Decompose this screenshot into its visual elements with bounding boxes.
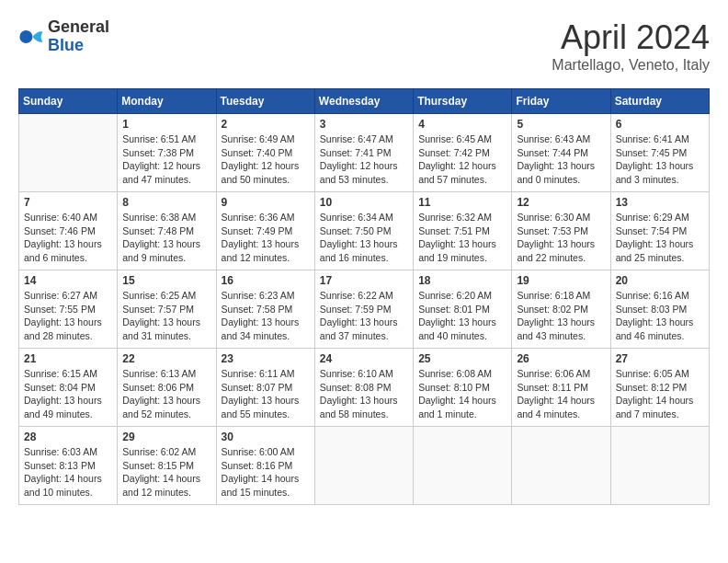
calendar-cell: 12Sunrise: 6:30 AMSunset: 7:53 PMDayligh… bbox=[512, 192, 610, 270]
day-number: 29 bbox=[122, 431, 210, 443]
day-number: 18 bbox=[418, 274, 506, 287]
calendar-cell bbox=[414, 427, 512, 505]
logo-text: General Blue bbox=[48, 18, 109, 55]
logo: General Blue bbox=[18, 18, 109, 55]
calendar-cell: 3Sunrise: 6:47 AMSunset: 7:41 PMDaylight… bbox=[314, 114, 413, 192]
calendar-cell bbox=[314, 427, 413, 505]
col-wednesday: Wednesday bbox=[314, 89, 413, 114]
svg-point-0 bbox=[19, 30, 32, 43]
day-info: Sunrise: 6:20 AMSunset: 8:01 PMDaylight:… bbox=[418, 289, 506, 343]
day-info: Sunrise: 6:36 AMSunset: 7:49 PMDaylight:… bbox=[222, 211, 310, 265]
calendar-cell: 28Sunrise: 6:03 AMSunset: 8:13 PMDayligh… bbox=[19, 427, 118, 505]
calendar-cell: 8Sunrise: 6:38 AMSunset: 7:48 PMDaylight… bbox=[118, 192, 216, 270]
day-info: Sunrise: 6:11 AMSunset: 8:07 PMDaylight:… bbox=[222, 367, 310, 421]
day-number: 7 bbox=[24, 196, 112, 209]
day-number: 19 bbox=[517, 274, 605, 287]
day-info: Sunrise: 6:06 AMSunset: 8:11 PMDaylight:… bbox=[517, 367, 605, 421]
logo-icon bbox=[18, 24, 44, 50]
calendar-cell: 22Sunrise: 6:13 AMSunset: 8:06 PMDayligh… bbox=[118, 349, 216, 427]
col-monday: Monday bbox=[118, 89, 216, 114]
month-title: April 2024 bbox=[552, 18, 710, 57]
day-number: 8 bbox=[122, 196, 210, 209]
week-row-2: 7Sunrise: 6:40 AMSunset: 7:46 PMDaylight… bbox=[19, 192, 710, 270]
calendar-cell: 20Sunrise: 6:16 AMSunset: 8:03 PMDayligh… bbox=[610, 270, 709, 349]
calendar-cell: 19Sunrise: 6:18 AMSunset: 8:02 PMDayligh… bbox=[512, 270, 610, 349]
day-info: Sunrise: 6:38 AMSunset: 7:48 PMDaylight:… bbox=[122, 211, 210, 265]
day-number: 11 bbox=[418, 196, 506, 209]
day-number: 21 bbox=[24, 352, 112, 365]
calendar-cell: 21Sunrise: 6:15 AMSunset: 8:04 PMDayligh… bbox=[19, 349, 118, 427]
calendar-cell: 11Sunrise: 6:32 AMSunset: 7:51 PMDayligh… bbox=[414, 192, 512, 270]
calendar-cell: 30Sunrise: 6:00 AMSunset: 8:16 PMDayligh… bbox=[216, 427, 314, 505]
location: Martellago, Veneto, Italy bbox=[552, 57, 710, 74]
logo-blue: Blue bbox=[48, 37, 109, 55]
day-number: 17 bbox=[320, 274, 408, 287]
day-info: Sunrise: 6:34 AMSunset: 7:50 PMDaylight:… bbox=[320, 211, 408, 265]
day-info: Sunrise: 6:02 AMSunset: 8:15 PMDaylight:… bbox=[122, 445, 210, 500]
week-row-3: 14Sunrise: 6:27 AMSunset: 7:55 PMDayligh… bbox=[19, 270, 710, 349]
day-info: Sunrise: 6:29 AMSunset: 7:54 PMDaylight:… bbox=[616, 211, 704, 265]
col-sunday: Sunday bbox=[19, 89, 118, 114]
day-number: 2 bbox=[222, 118, 310, 131]
day-info: Sunrise: 6:27 AMSunset: 7:55 PMDaylight:… bbox=[24, 289, 112, 343]
calendar-cell: 25Sunrise: 6:08 AMSunset: 8:10 PMDayligh… bbox=[414, 349, 512, 427]
day-number: 4 bbox=[418, 118, 506, 131]
day-info: Sunrise: 6:00 AMSunset: 8:16 PMDaylight:… bbox=[222, 445, 310, 500]
day-info: Sunrise: 6:03 AMSunset: 8:13 PMDaylight:… bbox=[24, 445, 112, 500]
day-info: Sunrise: 6:41 AMSunset: 7:45 PMDaylight:… bbox=[616, 132, 704, 187]
calendar-table: Sunday Monday Tuesday Wednesday Thursday… bbox=[18, 88, 710, 505]
day-number: 30 bbox=[222, 431, 310, 443]
day-info: Sunrise: 6:47 AMSunset: 7:41 PMDaylight:… bbox=[320, 132, 408, 187]
day-info: Sunrise: 6:40 AMSunset: 7:46 PMDaylight:… bbox=[24, 211, 112, 265]
col-thursday: Thursday bbox=[414, 89, 512, 114]
calendar-cell: 2Sunrise: 6:49 AMSunset: 7:40 PMDaylight… bbox=[216, 114, 314, 192]
day-number: 10 bbox=[320, 196, 408, 209]
day-info: Sunrise: 6:25 AMSunset: 7:57 PMDaylight:… bbox=[122, 289, 210, 343]
day-number: 13 bbox=[616, 196, 704, 209]
day-info: Sunrise: 6:30 AMSunset: 7:53 PMDaylight:… bbox=[517, 211, 605, 265]
day-info: Sunrise: 6:18 AMSunset: 8:02 PMDaylight:… bbox=[517, 289, 605, 343]
calendar-cell: 18Sunrise: 6:20 AMSunset: 8:01 PMDayligh… bbox=[414, 270, 512, 349]
day-info: Sunrise: 6:08 AMSunset: 8:10 PMDaylight:… bbox=[418, 367, 506, 421]
calendar-cell: 9Sunrise: 6:36 AMSunset: 7:49 PMDaylight… bbox=[216, 192, 314, 270]
day-number: 1 bbox=[122, 118, 210, 131]
day-number: 9 bbox=[222, 196, 310, 209]
day-info: Sunrise: 6:49 AMSunset: 7:40 PMDaylight:… bbox=[222, 132, 310, 187]
day-number: 28 bbox=[24, 431, 112, 443]
day-number: 24 bbox=[320, 352, 408, 365]
calendar-cell: 10Sunrise: 6:34 AMSunset: 7:50 PMDayligh… bbox=[314, 192, 413, 270]
calendar-cell: 6Sunrise: 6:41 AMSunset: 7:45 PMDaylight… bbox=[610, 114, 709, 192]
calendar-cell bbox=[610, 427, 709, 505]
week-row-4: 21Sunrise: 6:15 AMSunset: 8:04 PMDayligh… bbox=[19, 349, 710, 427]
day-info: Sunrise: 6:05 AMSunset: 8:12 PMDaylight:… bbox=[616, 367, 704, 421]
calendar-cell: 14Sunrise: 6:27 AMSunset: 7:55 PMDayligh… bbox=[19, 270, 118, 349]
calendar-cell: 27Sunrise: 6:05 AMSunset: 8:12 PMDayligh… bbox=[610, 349, 709, 427]
week-row-5: 28Sunrise: 6:03 AMSunset: 8:13 PMDayligh… bbox=[19, 427, 710, 505]
day-number: 5 bbox=[517, 118, 605, 131]
calendar-cell: 26Sunrise: 6:06 AMSunset: 8:11 PMDayligh… bbox=[512, 349, 610, 427]
day-info: Sunrise: 6:15 AMSunset: 8:04 PMDaylight:… bbox=[24, 367, 112, 421]
day-number: 20 bbox=[616, 274, 704, 287]
day-number: 23 bbox=[222, 352, 310, 365]
day-number: 12 bbox=[517, 196, 605, 209]
calendar-cell: 7Sunrise: 6:40 AMSunset: 7:46 PMDaylight… bbox=[19, 192, 118, 270]
day-info: Sunrise: 6:10 AMSunset: 8:08 PMDaylight:… bbox=[320, 367, 408, 421]
days-header-row: Sunday Monday Tuesday Wednesday Thursday… bbox=[19, 89, 710, 114]
day-info: Sunrise: 6:23 AMSunset: 7:58 PMDaylight:… bbox=[222, 289, 310, 343]
calendar-cell bbox=[19, 114, 118, 192]
day-number: 14 bbox=[24, 274, 112, 287]
col-saturday: Saturday bbox=[610, 89, 709, 114]
logo-general: General bbox=[48, 18, 109, 37]
calendar-cell: 29Sunrise: 6:02 AMSunset: 8:15 PMDayligh… bbox=[118, 427, 216, 505]
day-number: 25 bbox=[418, 352, 506, 365]
day-number: 16 bbox=[222, 274, 310, 287]
calendar-cell bbox=[512, 427, 610, 505]
day-number: 3 bbox=[320, 118, 408, 131]
day-info: Sunrise: 6:16 AMSunset: 8:03 PMDaylight:… bbox=[616, 289, 704, 343]
col-friday: Friday bbox=[512, 89, 610, 114]
col-tuesday: Tuesday bbox=[216, 89, 314, 114]
day-info: Sunrise: 6:51 AMSunset: 7:38 PMDaylight:… bbox=[122, 132, 210, 187]
day-number: 15 bbox=[122, 274, 210, 287]
day-number: 22 bbox=[122, 352, 210, 365]
calendar-cell: 16Sunrise: 6:23 AMSunset: 7:58 PMDayligh… bbox=[216, 270, 314, 349]
